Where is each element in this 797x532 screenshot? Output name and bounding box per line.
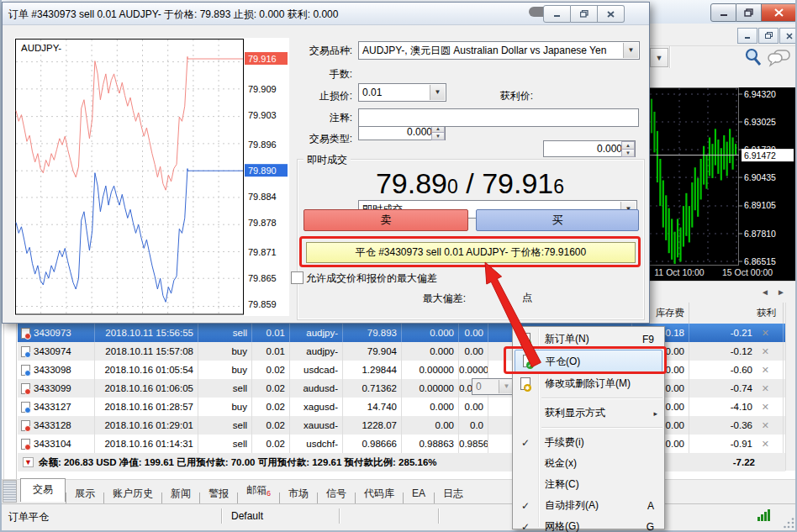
menu-item-税金(x)[interactable]: 税金(x): [513, 453, 664, 474]
menu-item-自动排列(A)[interactable]: ✓自动排列(A)A: [513, 495, 664, 516]
menu-item-修改或删除订单(M)[interactable]: ✱修改或删除订单(M): [513, 373, 664, 394]
symbol-cell: audjpy-: [290, 342, 343, 361]
close-order-icon[interactable]: ✕: [762, 342, 769, 361]
tab-展示[interactable]: 展示: [66, 483, 103, 503]
order-number: 3433098: [34, 361, 71, 379]
menu-item-手续费(i)[interactable]: ✓手续费(i): [513, 432, 664, 453]
terminal-price-chart[interactable]: 6.943206.930256.917306.904356.891056.878…: [649, 87, 795, 281]
statusbar-section: [440, 504, 520, 531]
left-scroll-icon[interactable]: ◄: [761, 287, 769, 298]
tab-市场[interactable]: 市场: [280, 483, 317, 503]
table-row[interactable]: 34309732018.10.11 15:56:55sell0.01audjpy…: [18, 324, 785, 342]
account-summary-text: 余额: 206.83 USD 净值: 199.61 已用预付款: 70.00 可…: [39, 456, 437, 469]
close-order-icon[interactable]: ✕: [762, 435, 769, 453]
mdi-restore-icon[interactable]: [758, 28, 779, 44]
order-cell: 3433127: [18, 398, 95, 416]
menu-item-获利显示方式[interactable]: 获利显示方式▸: [513, 403, 664, 424]
symbol-select[interactable]: AUDJPY-, 澳元日圆 Australian Dollar vs Japan…: [358, 41, 640, 60]
table-row[interactable]: 34330982018.10.16 01:05:54buy0.02usdcad-…: [18, 361, 785, 379]
deviation-unit-label: 点: [522, 291, 532, 305]
volume-cell: 0.02: [252, 435, 290, 453]
menu-item-网格(G)[interactable]: ✓网格(G)G: [513, 516, 664, 532]
takeprofit-field[interactable]: ▲▼: [543, 140, 636, 157]
minimize-icon[interactable]: [710, 3, 736, 22]
symbol-cell: audjpy-: [290, 324, 343, 342]
header-cell[interactable]: 获利: [689, 303, 784, 324]
connection-bars-icon: [757, 509, 770, 521]
chat-icon[interactable]: [767, 49, 792, 71]
tab-代码库[interactable]: 代码库: [356, 483, 403, 503]
menu-item-注释(C)[interactable]: 注释(C): [513, 474, 664, 495]
volume-label: 手数:: [226, 65, 352, 83]
tab-新闻[interactable]: 新闻: [162, 483, 199, 503]
toolbar-dropdown-icon[interactable]: ▼: [650, 48, 668, 67]
tab-信号[interactable]: 信号: [318, 483, 355, 503]
menu-item-label: 自动排列(A): [545, 498, 599, 513]
symbol-cell: xagusd-: [290, 398, 343, 416]
max-deviation-select: 0▼: [472, 378, 515, 395]
order-dialog: 订单 #3430973 sell 0.01 AUDJPY- 于价格: 79.89…: [2, 2, 650, 324]
order-cell: 3433098: [18, 361, 95, 379]
profit-cell: -0.60✕: [689, 361, 784, 379]
spin-up-icon[interactable]: ▲: [621, 141, 635, 149]
close-order-icon[interactable]: ✕: [762, 361, 769, 379]
table-row[interactable]: 34330992018.10.16 01:06:05sell0.02audusd…: [18, 379, 785, 398]
close-icon[interactable]: [762, 3, 797, 22]
tp-cell: 0.0: [459, 416, 488, 435]
menu-item-label: 新订单(N): [545, 332, 589, 346]
order-type-icon: [21, 365, 30, 376]
tab-账户历史[interactable]: 账户历史: [104, 483, 161, 503]
spin-down-icon[interactable]: ▼: [621, 149, 635, 157]
summary-marker-icon[interactable]: ▼: [23, 457, 34, 467]
volume-select[interactable]: 0.01▼: [358, 83, 446, 102]
panel-border2: [16, 303, 17, 503]
table-row[interactable]: 34331282018.10.16 01:29:01sell0.02xauusd…: [18, 416, 785, 435]
buy-button[interactable]: 买: [476, 209, 639, 231]
close-order-icon[interactable]: ✕: [762, 416, 769, 435]
spin-down-icon[interactable]: ▼: [431, 132, 445, 140]
order-number: 3433127: [34, 398, 71, 416]
mdi-close-icon[interactable]: [779, 28, 797, 44]
tab-警报[interactable]: 警报: [200, 483, 237, 503]
order-number: 3433099: [34, 379, 71, 398]
statusbar-profile[interactable]: Default: [223, 504, 339, 531]
tab-日志[interactable]: 日志: [435, 483, 472, 503]
close-order-icon[interactable]: ✕: [762, 324, 769, 342]
table-row[interactable]: 34331272018.10.16 01:28:57buy0.02xagusd-…: [18, 398, 785, 416]
resize-grip[interactable]: [784, 518, 795, 529]
table-row[interactable]: 34309742018.10.11 15:57:08buy0.01audjpy-…: [18, 342, 785, 361]
close-order-icon[interactable]: ✕: [762, 398, 769, 416]
statusbar-section: [340, 504, 438, 531]
restore-icon[interactable]: [736, 3, 762, 22]
tab-邮箱[interactable]: 邮箱6: [238, 480, 279, 503]
minimize-icon[interactable]: [543, 5, 571, 23]
sell-button[interactable]: 卖: [303, 209, 468, 231]
volume-cell: 0.02: [252, 416, 290, 435]
price-cell: 1.29844: [343, 361, 402, 379]
close-order-icon[interactable]: ✕: [762, 379, 769, 398]
svg-text:79.859: 79.859: [248, 299, 277, 309]
takeprofit-input[interactable]: [544, 141, 625, 156]
deviation-checkbox[interactable]: [291, 271, 303, 284]
profit-cell: -0.74✕: [689, 379, 784, 398]
menu-shortcut: G: [647, 521, 654, 532]
tab-交易[interactable]: 交易: [20, 478, 66, 502]
table-row[interactable]: 34331042018.10.16 01:14:31sell0.02usdchf…: [18, 435, 785, 453]
max-deviation-label: 最大偏差:: [356, 289, 466, 308]
volume-cell: 0.02: [252, 398, 290, 416]
sl-cell: 0.000: [402, 324, 459, 342]
right-scroll-icon[interactable]: ►: [777, 287, 785, 298]
tp-cell: 0.9856: [459, 435, 488, 453]
dropdown-icon[interactable]: ▼: [430, 85, 445, 100]
restore-icon[interactable]: [571, 5, 598, 23]
dropdown-icon[interactable]: ▼: [623, 43, 638, 58]
comment-input[interactable]: [358, 108, 639, 127]
tab-EA[interactable]: EA: [404, 483, 434, 503]
docked-panel-tab-icon[interactable]: [3, 480, 17, 503]
search-icon[interactable]: [743, 47, 763, 71]
takeprofit-label: 获利价:: [449, 87, 533, 105]
close-icon[interactable]: [598, 5, 625, 23]
dialog-titlebar[interactable]: 订单 #3430973 sell 0.01 AUDJPY- 于价格: 79.89…: [3, 3, 649, 25]
mdi-minimize-icon[interactable]: [737, 28, 757, 44]
chart-scrollbar[interactable]: ◄ ►: [649, 281, 795, 303]
